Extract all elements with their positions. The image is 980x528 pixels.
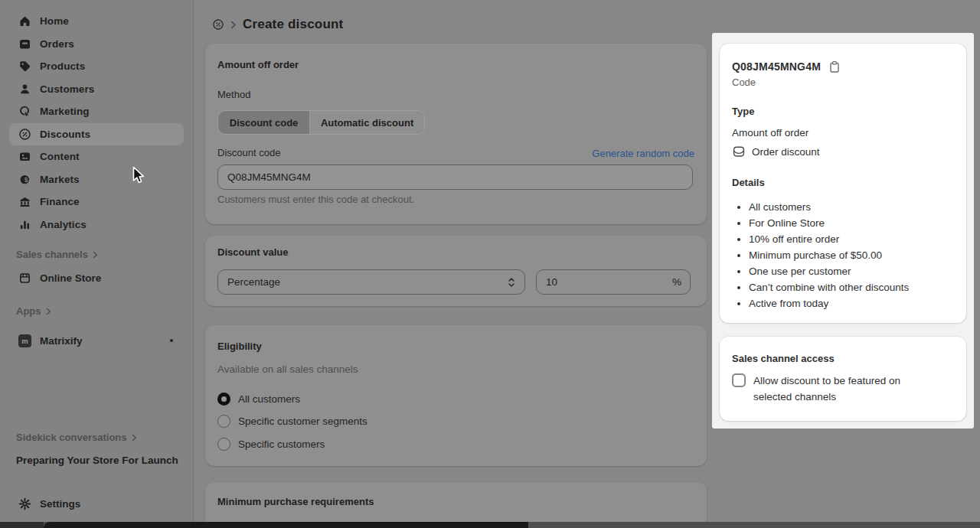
sidekick-conversations-header[interactable]: Sidekick conversations [16,432,137,443]
radio-specific-customers[interactable]: Specific customers [217,436,694,451]
discount-code-helper: Customers must enter this code at checko… [217,194,694,205]
eligibility-card: Eligibility Available on all sales chann… [205,325,707,466]
value-type-selected: Percentage [227,276,280,288]
discounts-icon [18,128,31,141]
select-stepper-icon [508,276,515,291]
radio-all-customers[interactable]: All customers [217,391,694,406]
radio-unselected-icon[interactable] [217,415,230,428]
amount-off-order-card: Amount off order Method Discount code Au… [205,44,707,224]
matrixify-app-icon: m [18,334,31,347]
online-store-label: Online Store [40,272,101,284]
radio-unselected-icon[interactable] [217,438,230,451]
featured-checkbox-label: Allow discount to be featured on selecte… [753,373,942,405]
type-heading: Type [732,105,954,119]
breadcrumb: Create discount [212,17,343,32]
sidebar-item-markets[interactable]: $ Markets [9,168,184,191]
detail-item: Can’t combine with other discounts [749,279,954,295]
type-value: Amount off order [732,126,954,140]
discount-value-card: Discount value Percentage % [205,236,707,306]
sidebar-item-label: Markets [40,174,80,185]
sidebar-nav: Home Orders Products Customers Marketing [0,10,193,236]
segment-discount-code[interactable]: Discount code [218,111,309,134]
finance-icon [18,195,31,208]
segment-automatic-discount[interactable]: Automatic discount [309,111,424,134]
sidekick-label: Sidekick conversations [16,432,127,443]
sidebar-item-products[interactable]: Products [9,55,184,78]
markets-icon: $ [18,173,31,186]
eligibility-radio-group: All customers Specific customer segments… [217,391,694,451]
radio-specific-customer-segments[interactable]: Specific customer segments [217,414,694,429]
sidebar-item-matrixify[interactable]: m Matrixify [9,329,184,352]
sidebar-item-label: Analytics [40,219,87,230]
sidebar-item-customers[interactable]: Customers [9,78,184,101]
method-segmented-control: Discount code Automatic discount [217,110,425,135]
sales-channels-label: Sales channels [16,249,88,260]
sidebar-item-label: Orders [40,38,74,50]
minimum-purchase-card: Minimum purchase requirements [205,482,707,528]
sidebar-item-label: Marketing [40,106,90,117]
sidebar-item-label: Home [40,15,69,27]
details-heading: Details [732,176,954,190]
copy-clipboard-icon[interactable] [828,60,841,73]
chevron-right-icon [93,251,98,259]
detail-item: Active from today [749,295,954,311]
detail-item: Minimum purchase of $50.00 [749,247,954,263]
detail-item: For Online Store [749,215,954,231]
order-discount-label: Order discount [752,146,820,158]
sidebar-item-home[interactable]: Home [9,10,184,33]
details-list: All customers For Online Store 10% off e… [732,199,954,311]
sidebar-item-finance[interactable]: Finance [9,191,184,213]
chevron-right-icon [230,21,237,29]
apps-label: Apps [16,306,41,317]
sidebar-item-label: Products [40,60,85,72]
chevron-right-icon [46,308,51,315]
value-type-select[interactable]: Percentage [217,269,525,295]
sidebar-item-marketing[interactable]: Marketing [9,100,184,123]
bottom-window-edge [0,522,980,528]
sidebar-item-label: Customers [40,83,94,95]
featured-checkbox-row[interactable]: Allow discount to be featured on selecte… [732,373,954,405]
method-label: Method [217,89,694,101]
sidebar: Home Orders Products Customers Marketing [0,0,194,528]
svg-text:$: $ [24,175,28,183]
sidebar-item-settings[interactable]: Settings [9,492,184,515]
notification-dot [170,339,173,342]
sidebar-item-discounts[interactable]: Discounts [9,123,184,146]
summary-code: Q08JM45MNG4M [732,60,821,73]
detail-item: One use per customer [749,263,954,279]
sidebar-item-content[interactable]: Content [9,145,184,168]
card-title: Minimum purchase requirements [217,496,694,508]
discount-badge-icon[interactable] [212,18,224,31]
orders-icon [18,37,31,51]
sidebar-item-online-store[interactable]: Online Store [9,266,184,289]
value-amount-input[interactable] [536,269,691,295]
summary-code-caption: Code [732,76,954,90]
mouse-cursor [130,166,147,189]
featured-checkbox[interactable] [732,373,746,387]
content-icon [18,150,31,163]
sidebar-item-label: Content [40,151,80,162]
order-discount-icon [732,145,746,158]
card-title: Amount off order [217,59,694,71]
apps-header[interactable]: Apps [16,306,51,317]
sidebar-item-label: Finance [40,196,80,207]
home-icon [18,15,31,28]
sales-channels-header[interactable]: Sales channels [16,249,98,260]
sidekick-conversation-item[interactable]: Preparing Your Store For Launch [16,455,178,466]
gear-icon [18,497,31,510]
detail-item: 10% off entire order [749,231,954,247]
value-amount-field: % [536,269,691,295]
summary-spotlight-panel: Q08JM45MNG4M Code Type Amount off order … [712,33,974,429]
sidebar-item-orders[interactable]: Orders [9,33,184,56]
radio-selected-icon[interactable] [217,393,230,406]
discount-code-input[interactable] [217,165,693,190]
generate-random-code-link[interactable]: Generate random code [592,148,694,159]
matrixify-label: Matrixify [40,335,83,347]
detail-item: All customers [749,199,954,215]
discount-summary-card: Q08JM45MNG4M Code Type Amount off order … [720,44,966,323]
percent-suffix: % [672,276,681,288]
svg-text:m: m [21,337,28,345]
sidebar-item-analytics[interactable]: Analytics [9,213,184,236]
marketing-icon [18,105,31,118]
card-title: Discount value [217,246,694,259]
